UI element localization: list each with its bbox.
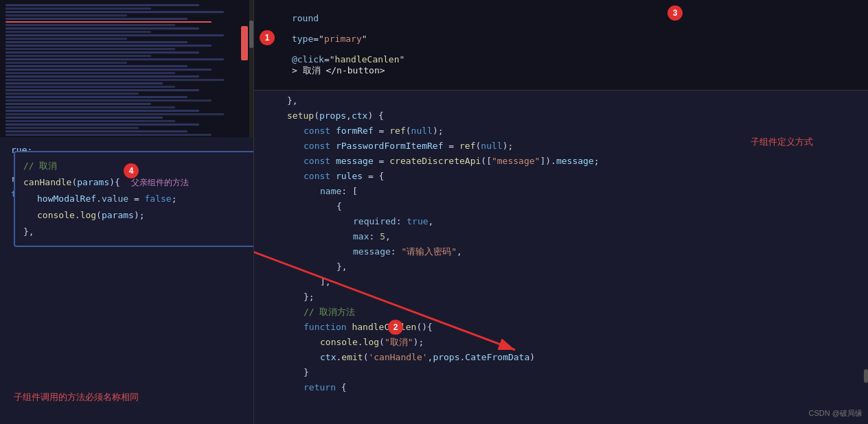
minimap [0, 0, 253, 137]
badge-1: 1 [260, 30, 275, 45]
right-scrollbar[interactable] [864, 369, 868, 383]
code-line: required: true, [260, 214, 868, 229]
code-line: setup(props,ctx) { [260, 108, 868, 123]
badge-4: 4 [124, 163, 139, 178]
code-line: ctx.emit('canHandle',props.CateFromData) [260, 350, 868, 365]
code-line: console.log("取消"); [260, 335, 868, 350]
code-line: }, [260, 93, 868, 108]
badge-3: 3 [667, 5, 683, 21]
code-line: }; [260, 290, 868, 305]
code-line-function: function handleCanlen(){ [260, 320, 868, 335]
code-line: message: "请输入密码", [260, 244, 868, 259]
code-line: }, [260, 259, 868, 274]
left-panel: rue; row; true; // 取消 canHandle(params){… [0, 0, 254, 424]
code-line: } [260, 365, 868, 380]
badge-2: 2 [388, 320, 403, 335]
code-line: max: 5, [260, 229, 868, 244]
code-line: { [260, 199, 868, 214]
code-line: ], [260, 274, 868, 290]
annotation-child-define: 子组件定义方式 [751, 136, 813, 148]
popup-line: // 取消 [23, 158, 254, 174]
main-container: rue; row; true; // 取消 canHandle(params){… [0, 0, 868, 424]
code-line: const rules = { [260, 169, 868, 184]
popup-line: console.log(params); [23, 207, 254, 224]
code-line: return { [260, 380, 868, 395]
popup-line: howModalRef.value = false; [23, 191, 254, 207]
code-line: const message = createDiscreteApi(["mess… [260, 154, 868, 169]
popup-line: }, [23, 224, 254, 240]
annotation-child-call: 子组件调用的方法必须名称相同 [14, 391, 139, 403]
popup-line: canHandle(params){ 父亲组件的方法 [23, 174, 254, 191]
code-line: // 取消方法 [260, 305, 868, 320]
watermark: CSDN @破局缘 [809, 408, 863, 419]
right-panel: round type="primary" @click="handleCanle… [254, 0, 868, 424]
code-line: name: [ [260, 184, 868, 199]
top-bar-line: round type="primary" @click="handleCanle… [254, 0, 868, 91]
